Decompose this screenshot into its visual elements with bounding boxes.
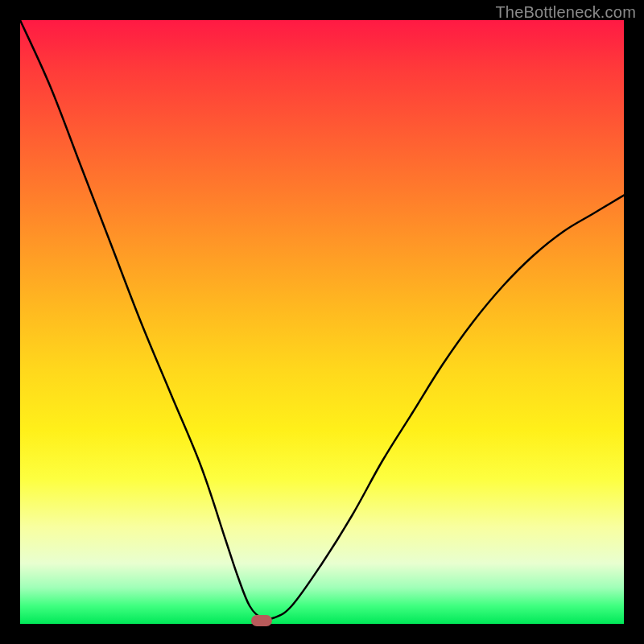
chart-frame: TheBottleneck.com [0,0,644,644]
bottleneck-curve [20,20,624,624]
optimum-marker [251,615,272,626]
watermark-text: TheBottleneck.com [495,3,636,22]
plot-area [20,20,624,624]
